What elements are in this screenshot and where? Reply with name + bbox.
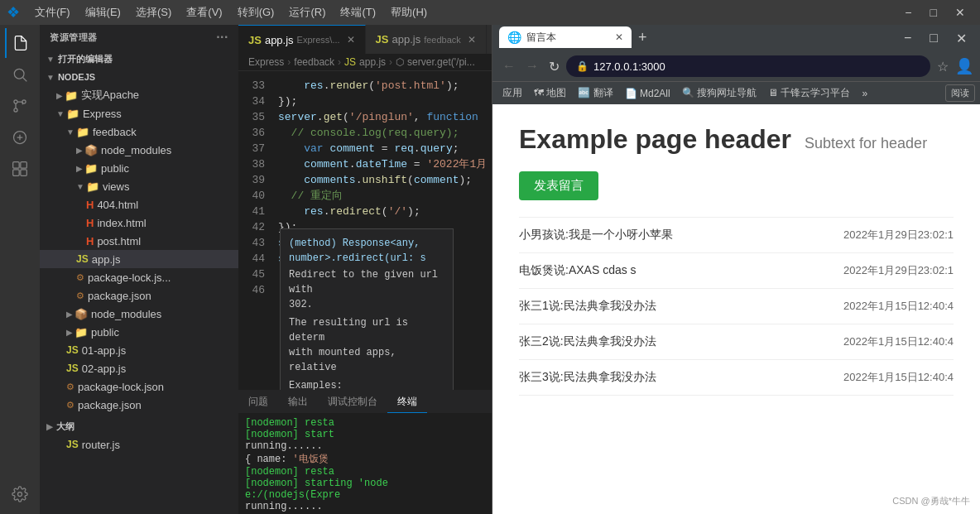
comment-row: 张三2说:民法典拿我没办法 2022年1月15日12:40:4 <box>519 324 954 360</box>
menu-file[interactable]: 文件(F) <box>28 3 77 22</box>
tree-item-01appjs[interactable]: JS 01-app.js <box>40 341 238 359</box>
tab-close-icon[interactable]: ✕ <box>347 34 355 46</box>
tab-appjs-feedback[interactable]: JS app.js feedback ✕ <box>366 25 487 54</box>
browser-tab-close[interactable]: ✕ <box>615 31 623 43</box>
tree-item-appjs[interactable]: JS app.js <box>40 250 238 268</box>
code-content[interactable]: res.render('post.html'); }); server.get(… <box>271 71 492 390</box>
menu-select[interactable]: 选择(S) <box>129 3 178 22</box>
bookmark-translate[interactable]: 🔤 翻译 <box>573 84 617 102</box>
explorer-header: 资源管理器 ··· <box>40 25 238 50</box>
bookmark-qianfeng[interactable]: 🖥 千锋云学习平台 <box>763 84 855 102</box>
menu-run[interactable]: 运行(R) <box>282 3 332 22</box>
chevron-down-icon: ▼ <box>46 73 55 82</box>
svg-rect-6 <box>13 162 20 169</box>
menu-edit[interactable]: 编辑(E) <box>79 3 127 22</box>
panel-tab-debug[interactable]: 调试控制台 <box>318 391 387 413</box>
bookmark-sougou[interactable]: 🔍 搜狗网址导航 <box>677 84 761 102</box>
nav-forward[interactable]: → <box>522 57 542 75</box>
tree-item[interactable]: ▶ 📁 实现Apache <box>40 86 238 104</box>
bookmarks-more[interactable]: » <box>857 86 872 101</box>
tree-item-indexhtml[interactable]: H index.html <box>40 214 238 232</box>
chevron-right-icon: ▶ <box>46 422 53 431</box>
tree-item-posthtml[interactable]: H post.html <box>40 232 238 250</box>
nav-refresh[interactable]: ↻ <box>545 57 563 76</box>
tree-item[interactable]: ▼ 📁 留言本 feedback <box>40 122 238 141</box>
window-maximize[interactable]: □ <box>922 4 945 21</box>
browser-close[interactable]: ✕ <box>949 29 973 48</box>
tab-appjs-express[interactable]: JS app.js Express\... ✕ <box>238 25 366 54</box>
tooltip-popup: (method) Response<any,number>.redirect(u… <box>280 228 454 390</box>
panel-tab-problems[interactable]: 问题 <box>238 391 278 413</box>
address-bar[interactable] <box>593 60 920 73</box>
tree-item[interactable]: ▶ 📁 public <box>40 159 238 177</box>
tree-item[interactable]: ▼ 📁 Express <box>40 104 238 122</box>
chevron-down-icon: ▼ <box>46 55 55 64</box>
vscode-logo: ❖ <box>7 3 20 22</box>
tree-item-nodemodules2[interactable]: ▶ 📦 node_modules <box>40 305 238 323</box>
svg-point-10 <box>18 492 22 497</box>
tree-item-public2[interactable]: ▶ 📁 public <box>40 323 238 341</box>
profile-icon[interactable]: 👤 <box>955 57 973 75</box>
menu-view[interactable]: 查看(V) <box>180 3 228 22</box>
bookmark-md2all[interactable]: 📄 Md2All <box>620 86 675 101</box>
new-tab-button[interactable]: + <box>632 26 654 48</box>
folder-open-icon: ▼ <box>66 127 74 137</box>
activity-source-control[interactable] <box>5 91 35 121</box>
browser-minimize[interactable]: − <box>897 29 918 48</box>
explorer-more-icon[interactable]: ··· <box>216 30 228 45</box>
activity-search[interactable] <box>5 60 35 89</box>
browser-maximize[interactable]: □ <box>923 29 944 48</box>
browser-tab-title: 留言本 <box>526 31 556 45</box>
activity-debug[interactable] <box>5 122 35 152</box>
nav-back[interactable]: ← <box>499 57 519 75</box>
window-close[interactable]: ✕ <box>947 4 973 21</box>
window-minimize[interactable]: − <box>896 4 920 21</box>
reading-view-btn[interactable]: 阅读 <box>945 84 975 102</box>
svg-rect-9 <box>21 170 27 176</box>
tree-item-02appjs[interactable]: JS 02-app.js <box>40 359 238 377</box>
terminal-content[interactable]: [nodemon] resta [nodemon] start running.… <box>238 414 492 514</box>
browser-active-tab[interactable]: 🌐 留言本 ✕ <box>499 26 632 48</box>
activity-files[interactable] <box>5 28 35 58</box>
folder-collapsed-icon: ▶ <box>66 310 73 319</box>
svg-point-0 <box>14 69 24 79</box>
comment-row: 张三3说:民法典拿我没办法 2022年1月15日12:40:4 <box>519 360 954 396</box>
folder-collapsed-icon: ▶ <box>56 91 63 100</box>
section-open-editors[interactable]: ▼ 打开的编辑器 <box>40 50 238 68</box>
svg-point-3 <box>14 108 17 112</box>
tree-item-pkgjsonlock[interactable]: ⚙ package-lock.js... <box>40 268 238 286</box>
tree-item[interactable]: ▶ 📦 node_modules <box>40 141 238 159</box>
comment-row: 小男孩说:我是一个小呀小苹果 2022年1月29日23:02:1 <box>519 218 954 253</box>
activity-settings[interactable] <box>5 479 35 509</box>
folder-collapsed-icon: ▶ <box>76 164 83 173</box>
tree-item-routerjs[interactable]: JS router.js <box>40 435 238 454</box>
bookmark-apps[interactable]: 应用 <box>497 84 527 102</box>
tree-item-404html[interactable]: H 404.html <box>40 195 238 214</box>
menu-terminal[interactable]: 终端(T) <box>334 3 382 22</box>
bookmark-map[interactable]: 🗺 地图 <box>529 84 571 102</box>
page-subtitle: Subtext for header <box>805 135 927 152</box>
browser-tab-favicon: 🌐 <box>507 31 521 44</box>
tree-item-pkgjsonlock2[interactable]: ⚙ package-lock.json <box>40 377 238 396</box>
panel-tab-terminal[interactable]: 终端 <box>387 391 427 413</box>
folder-open-icon: ▼ <box>56 109 65 118</box>
activity-extensions[interactable] <box>5 154 35 184</box>
section-nodejs[interactable]: ▼ NODEJS <box>40 68 238 86</box>
section-outline[interactable]: ▶ 大纲 <box>40 417 238 435</box>
svg-line-1 <box>23 78 27 82</box>
page-title: Example page header <box>519 124 791 155</box>
tab-close-icon[interactable]: ✕ <box>468 34 476 46</box>
comment-list: 小男孩说:我是一个小呀小苹果 2022年1月29日23:02:1 电饭煲说:AX… <box>519 217 954 396</box>
panel-tab-output[interactable]: 输出 <box>278 391 318 413</box>
tree-item-pkgjson[interactable]: ⚙ package.json <box>40 286 238 305</box>
bookmark-icon[interactable]: ☆ <box>934 57 952 76</box>
menu-help[interactable]: 帮助(H) <box>384 3 434 22</box>
tree-item-pkgjson2[interactable]: ⚙ package.json <box>40 396 238 414</box>
tree-item[interactable]: ▼ 📁 views <box>40 177 238 195</box>
folder-collapsed-icon: ▶ <box>66 328 73 337</box>
svg-point-2 <box>14 100 17 103</box>
svg-rect-7 <box>21 162 27 169</box>
submit-comment-button[interactable]: 发表留言 <box>519 171 598 200</box>
lock-icon: 🔒 <box>576 60 588 72</box>
menu-goto[interactable]: 转到(G) <box>231 3 281 22</box>
